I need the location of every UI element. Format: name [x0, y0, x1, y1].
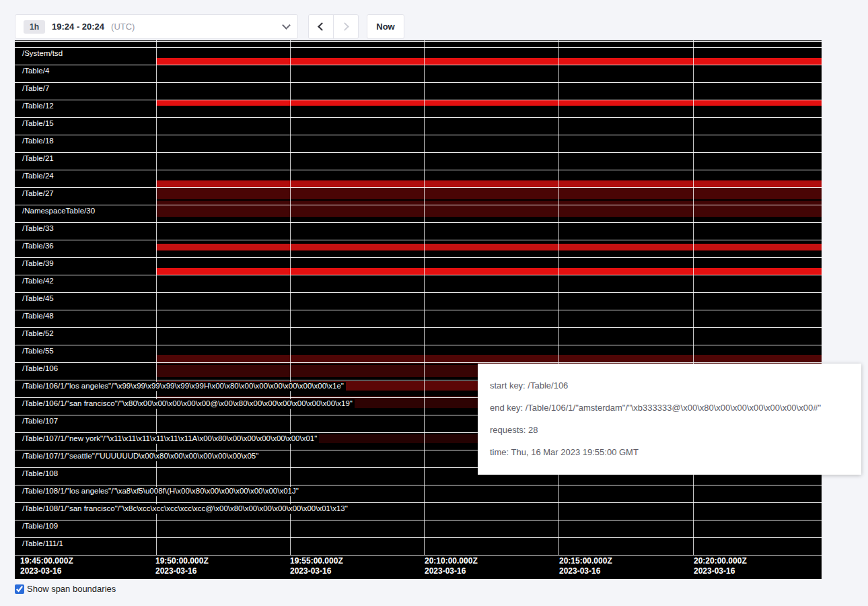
key-visualizer-heatmap[interactable]: /System/tsd/Table/4/Table/7/Table/12/Tab… [15, 40, 822, 579]
span-boundary-line [15, 327, 822, 328]
tooltip-end-key: end key: /Table/106/1/"amsterdam"/"\xb33… [490, 402, 849, 414]
time-range-select[interactable]: 1h 19:24 - 20:24 (UTC) [15, 14, 298, 39]
range-duration-badge: 1h [24, 20, 45, 34]
show-span-boundaries-checkbox[interactable] [15, 584, 24, 594]
span-boundary-line [15, 41, 822, 42]
span-boundary-line [15, 152, 822, 153]
span-row-label: /Table/7 [20, 84, 51, 94]
span-boundary-line [15, 82, 822, 83]
span-row-label: /Table/21 [20, 154, 56, 164]
span-boundary-line [15, 257, 822, 258]
span-row-label: /Table/108/1/"los angeles"/"\xa8\xf5\u00… [20, 487, 301, 496]
span-boundary-line [15, 135, 822, 135]
span-boundary-line [15, 555, 822, 556]
span-row-label: /Table/52 [20, 329, 56, 339]
span-row-label: /Table/45 [20, 294, 56, 304]
chevron-left-icon [318, 22, 326, 31]
time-tick-label: 20:20:00.000Z2023-03-16 [694, 556, 747, 576]
span-boundary-line [15, 310, 822, 310]
span-boundary-line [15, 240, 822, 240]
span-row-label: /Table/106/1/"san francisco"/"\x80\x00\x… [20, 399, 355, 409]
span-boundary-line [15, 170, 822, 170]
span-boundary-line [15, 345, 822, 345]
span-boundary-line [15, 275, 822, 275]
span-boundary-line [15, 47, 822, 48]
span-row-label: /Table/36 [20, 242, 56, 251]
span-row-label: /Table/111/1 [20, 539, 65, 549]
heat-band[interactable] [156, 58, 822, 65]
prev-range-button[interactable] [308, 14, 334, 39]
span-tooltip: start key: /Table/106 end key: /Table/10… [478, 364, 861, 475]
span-row-label: /Table/27 [20, 189, 56, 199]
span-boundary-line [15, 537, 822, 538]
chevron-right-icon [340, 22, 349, 31]
span-row-label: /Table/33 [20, 224, 56, 234]
time-tick-label: 19:55:00.000Z2023-03-16 [290, 556, 343, 576]
time-tick-label: 19:45:00.000Z2023-03-16 [20, 556, 73, 576]
heatmap-footer: Show span boundaries [15, 584, 116, 594]
span-row-label: /Table/107/1/"seattle"/"UUUUUUD\x00\x80\… [20, 452, 260, 461]
tooltip-requests: requests: 28 [490, 424, 849, 436]
show-span-boundaries-label: Show span boundaries [27, 584, 116, 594]
time-nav-group [308, 14, 359, 39]
heat-band[interactable] [156, 187, 822, 199]
span-row-label: /Table/55 [20, 347, 56, 356]
span-row-label: /Table/4 [20, 67, 51, 76]
span-row-label: /Table/107/1/"new york"/"\x11\x11\x11\x1… [20, 434, 319, 444]
span-row-label: /Table/107 [20, 417, 60, 426]
range-text: 19:24 - 20:24 [52, 22, 104, 32]
heat-band[interactable] [156, 244, 822, 250]
span-row-label: /Table/18 [20, 137, 56, 146]
now-button[interactable]: Now [367, 14, 404, 39]
next-range-button[interactable] [333, 14, 359, 39]
time-tick-label: 20:10:00.000Z2023-03-16 [425, 556, 478, 576]
span-boundary-line [15, 485, 822, 485]
span-boundary-line [15, 100, 822, 100]
span-row-label: /Table/48 [20, 312, 56, 321]
span-boundary-line [15, 520, 822, 520]
span-boundary-line [15, 292, 822, 293]
span-row-label: /Table/12 [20, 102, 56, 111]
span-row-label: /Table/15 [20, 119, 56, 129]
span-row-label: /NamespaceTable/30 [20, 207, 97, 216]
chevron-down-icon [282, 21, 291, 30]
heat-band[interactable] [156, 268, 822, 275]
span-row-label: /Table/108/1/"san francisco"/"\x8c\xcc\x… [20, 504, 350, 514]
span-boundary-line [15, 65, 822, 65]
range-utc-suffix: (UTC) [111, 22, 135, 32]
span-boundary-line [15, 187, 822, 188]
span-boundary-line [15, 222, 822, 223]
span-row-label: /System/tsd [20, 49, 65, 59]
time-tick-label: 20:15:00.000Z2023-03-16 [559, 556, 612, 576]
span-row-label: /Table/42 [20, 277, 56, 286]
span-row-label: /Table/106 [20, 364, 60, 374]
time-tick-label: 19:50:00.000Z2023-03-16 [155, 556, 209, 576]
span-row-label: /Table/108 [20, 469, 60, 479]
span-boundary-line [15, 205, 822, 205]
heat-band[interactable] [156, 100, 822, 106]
span-boundary-line [15, 117, 822, 118]
span-row-label: /Table/24 [20, 172, 56, 181]
heat-band[interactable] [156, 180, 822, 187]
tooltip-start-key: start key: /Table/106 [490, 380, 849, 392]
span-boundary-line [15, 502, 822, 503]
span-row-label: /Table/39 [20, 259, 56, 269]
heat-band[interactable] [156, 201, 822, 217]
span-row-label: /Table/109 [20, 522, 60, 531]
tooltip-time: time: Thu, 16 Mar 2023 19:55:00 GMT [490, 446, 849, 459]
span-row-label: /Table/106/1/"los angeles"/"\x99\x99\x99… [20, 382, 346, 391]
span-boundary-line [15, 362, 822, 363]
